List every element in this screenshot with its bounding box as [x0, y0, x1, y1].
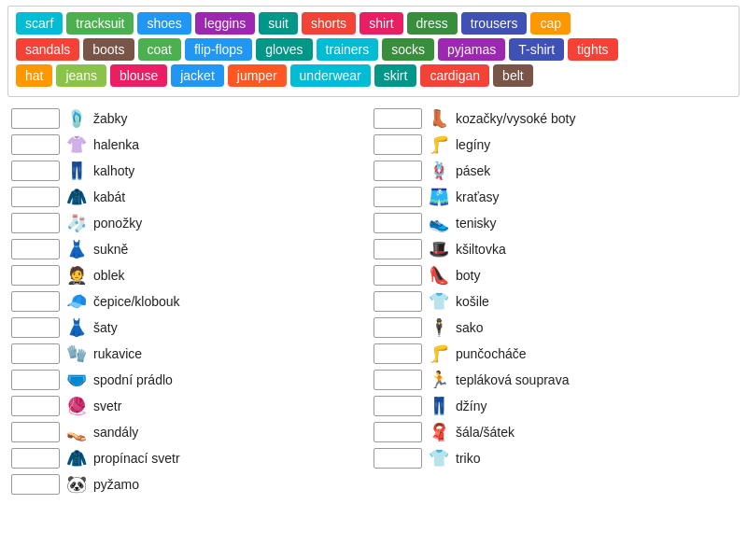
tag-socks[interactable]: socks [382, 38, 434, 61]
match-input[interactable] [374, 317, 422, 338]
tag-blouse[interactable]: blouse [110, 64, 167, 87]
match-input[interactable] [11, 265, 60, 286]
match-input[interactable] [11, 213, 60, 233]
item-icon: 👟 [428, 213, 450, 233]
match-input[interactable] [374, 108, 422, 129]
list-item: 👚halenka [11, 133, 374, 157]
item-label: boty [456, 268, 480, 283]
item-icon: 👗 [65, 317, 88, 338]
tag-dress[interactable]: dress [407, 12, 458, 35]
match-input[interactable] [11, 343, 60, 364]
tag-boots[interactable]: boots [83, 38, 134, 61]
item-icon: 🧶 [65, 396, 88, 416]
tag-suit[interactable]: suit [259, 12, 298, 35]
match-input[interactable] [11, 161, 60, 181]
match-input[interactable] [11, 474, 60, 495]
match-input[interactable] [11, 239, 60, 259]
item-icon: 👖 [65, 161, 88, 181]
item-label: propínací svetr [93, 451, 180, 466]
list-item: 🧶svetr [11, 394, 374, 418]
item-icon: 🧢 [65, 291, 88, 312]
list-item: 👕košile [374, 289, 736, 314]
item-icon: 🏃 [428, 370, 450, 390]
tag-T-shirt[interactable]: T-shirt [509, 38, 564, 61]
match-input[interactable] [374, 213, 422, 233]
match-input[interactable] [374, 396, 422, 416]
tag-shoes[interactable]: shoes [137, 12, 190, 35]
item-label: sako [456, 320, 484, 335]
match-input[interactable] [11, 317, 60, 338]
match-input[interactable] [11, 396, 60, 416]
tag-jacket[interactable]: jacket [171, 64, 224, 87]
tag-sandals[interactable]: sandals [16, 38, 79, 61]
match-input[interactable] [11, 422, 60, 442]
tag-leggins[interactable]: leggins [195, 12, 255, 35]
tag-trousers[interactable]: trousers [461, 12, 528, 35]
list-item: 👖džíny [374, 394, 736, 418]
tag-jumper[interactable]: jumper [228, 64, 287, 87]
item-label: košile [456, 294, 489, 309]
match-input[interactable] [374, 134, 422, 155]
match-input[interactable] [374, 422, 422, 442]
tag-skirt[interactable]: skirt [374, 64, 417, 87]
item-label: pyžamo [93, 477, 139, 492]
tag-tights[interactable]: tights [568, 38, 617, 61]
item-icon: 🧦 [65, 213, 88, 233]
item-icon: 🪢 [428, 161, 450, 181]
tag-shorts[interactable]: shorts [302, 12, 356, 35]
match-input[interactable] [374, 291, 422, 312]
match-input[interactable] [374, 448, 422, 469]
tag-section: scarftracksuitshoeslegginssuitshortsshir… [7, 6, 740, 97]
match-input[interactable] [11, 291, 60, 312]
tag-tracksuit[interactable]: tracksuit [66, 12, 134, 35]
match-input[interactable] [374, 239, 422, 259]
match-input[interactable] [11, 448, 60, 469]
list-item: 🧢čepice/klobouk [11, 289, 374, 314]
tag-shirt[interactable]: shirt [359, 12, 402, 35]
tag-belt[interactable]: belt [493, 64, 533, 87]
item-label: kraťasy [456, 189, 499, 204]
list-item: 🧥propínací svetr [11, 446, 374, 470]
tag-hat[interactable]: hat [16, 64, 52, 87]
match-input[interactable] [374, 187, 422, 207]
match-input[interactable] [374, 343, 422, 364]
match-input[interactable] [374, 370, 422, 390]
list-item: 👟tenisky [374, 211, 736, 235]
item-label: kalhoty [93, 163, 134, 178]
match-input[interactable] [374, 265, 422, 286]
item-icon: 🐼 [65, 474, 88, 495]
list-item: 🧦ponožky [11, 211, 374, 235]
item-label: kozačky/vysoké boty [456, 111, 575, 126]
item-label: legíny [456, 137, 490, 152]
item-icon: 🩲 [65, 370, 88, 390]
item-label: rukavice [93, 346, 142, 361]
tag-jeans[interactable]: jeans [56, 64, 106, 87]
list-item: 🕴sako [374, 315, 736, 340]
tag-gloves[interactable]: gloves [256, 38, 312, 61]
tag-row-3: hatjeansblousejacketjumperunderwearskirt… [16, 64, 731, 87]
tag-cap[interactable]: cap [530, 12, 571, 35]
list-item: 🦵punčocháče [374, 342, 736, 366]
item-label: svetr [93, 399, 121, 413]
item-icon: 👚 [65, 134, 88, 155]
tag-underwear[interactable]: underwear [290, 64, 371, 87]
item-label: šaty [93, 320, 118, 335]
tag-scarf[interactable]: scarf [16, 12, 63, 35]
tag-cardigan[interactable]: cardigan [420, 64, 489, 87]
match-input[interactable] [11, 108, 60, 129]
item-icon: 👡 [65, 422, 88, 442]
item-label: ponožky [93, 216, 142, 231]
item-label: kabát [93, 189, 125, 204]
tag-pyjamas[interactable]: pyjamas [438, 38, 505, 61]
match-input[interactable] [11, 134, 60, 155]
list-item: 👢kozačky/vysoké boty [374, 106, 736, 131]
tag-trainers[interactable]: trainers [317, 38, 379, 61]
list-item: 🩴žabky [11, 106, 374, 131]
match-input[interactable] [11, 370, 60, 390]
tag-coat[interactable]: coat [138, 38, 181, 61]
tag-flip-flops[interactable]: flip-flops [185, 38, 252, 61]
match-input[interactable] [374, 161, 422, 181]
item-label: tepláková souprava [456, 372, 569, 387]
match-input[interactable] [11, 187, 60, 207]
item-icon: 👖 [428, 396, 450, 416]
